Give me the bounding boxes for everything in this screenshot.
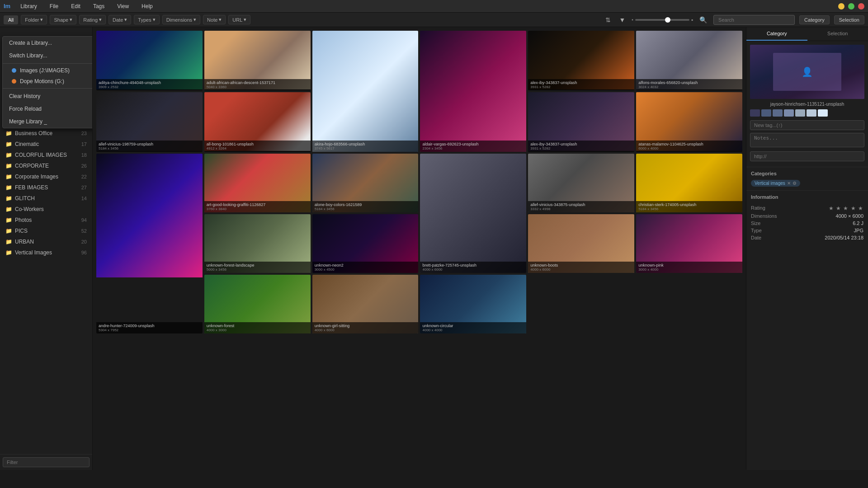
minimize-button[interactable] xyxy=(838,3,844,9)
search-input[interactable] xyxy=(713,15,795,25)
maximize-button[interactable] xyxy=(848,3,854,9)
sidebar-item-cinematic[interactable]: 📁 Cinematic 17 xyxy=(0,139,92,150)
sidebar-item-corporate[interactable]: 📁 CORPORATE 26 xyxy=(0,160,92,171)
tag-input[interactable] xyxy=(750,120,864,130)
information-header: Information xyxy=(746,190,868,202)
sidebar-item-photos[interactable]: 📁 Photos 94 xyxy=(0,215,92,225)
library-dope-motions[interactable]: Dope Motions (G:) xyxy=(3,76,93,87)
sidebar-item-corporate-images[interactable]: 📁 Corporate Images 22 xyxy=(0,171,92,182)
sidebar: Create a Library... Switch Library... Im… xyxy=(0,27,93,470)
grid-item[interactable]: art-good-looking-graffiti-1126827 3760 x… xyxy=(204,154,311,212)
grid-item[interactable]: all-bong-101861-unsplash 4912 x 3264 xyxy=(204,92,311,152)
swatch xyxy=(784,109,794,117)
swatch xyxy=(807,109,816,117)
folder-icon: 📁 xyxy=(5,141,12,147)
menu-help[interactable]: Help xyxy=(139,2,156,10)
filter-dimensions[interactable]: Dimensions ▾ xyxy=(162,15,200,24)
info-dimensions: Dimensions 4000 × 6000 xyxy=(751,212,863,220)
filter-note[interactable]: Note ▾ xyxy=(203,15,226,24)
folder-count: 96 xyxy=(81,250,87,255)
sidebar-item-business-office[interactable]: 📁 Business Office 23 xyxy=(0,128,92,139)
grid-item[interactable]: unknown-girl-sitting 4000 x 6000 xyxy=(312,275,419,333)
folder-label: PICS xyxy=(15,228,28,234)
grid-item[interactable]: andre-hunter-724009-unsplash 5304 x 7952 xyxy=(96,154,203,333)
sidebar-filter-input[interactable] xyxy=(3,457,90,467)
tab-selection[interactable]: Selection xyxy=(807,27,868,41)
app-logo: Im xyxy=(4,3,10,9)
create-library-item[interactable]: Create a Library... xyxy=(3,37,93,49)
folder-icon: 📁 xyxy=(5,130,12,136)
grid-item[interactable]: allef-vinicius-343875-unsplash 3332 x 49… xyxy=(528,154,634,212)
grid-item[interactable]: allef-vinicius-198759-unsplash 5184 x 34… xyxy=(96,92,203,152)
sidebar-item-glitch[interactable]: 📁 GLITCH 14 xyxy=(0,193,92,204)
clear-history-item[interactable]: Clear History xyxy=(3,90,93,103)
grid-item[interactable]: alex-iby-343837-unsplash 3931 x 5282 xyxy=(528,31,634,90)
filter-folder[interactable]: Folder ▾ xyxy=(21,15,47,24)
grid-item[interactable]: alone-boy-colors-1621589 5184 x 3456 xyxy=(312,154,419,212)
merge-library-item[interactable]: Merge Library _ xyxy=(3,115,93,128)
grid-item[interactable]: atanas-malamov-1104625-unsplash 6000 x 4… xyxy=(636,92,742,152)
menu-edit[interactable]: Edit xyxy=(68,2,83,10)
category-button[interactable]: Category xyxy=(799,15,830,24)
sidebar-item-colorful[interactable]: 📁 COLORFUL IMAGES 18 xyxy=(0,150,92,160)
size-value: 6.2 J xyxy=(853,221,863,226)
category-remove[interactable]: ✕ xyxy=(787,181,791,186)
folder-icon: 📁 xyxy=(5,184,12,191)
filter-rating[interactable]: Rating ▾ xyxy=(79,15,106,24)
grid-item[interactable]: unknown-forest 4000 x 3000 xyxy=(204,275,311,333)
info-type: Type JPG xyxy=(751,227,863,234)
grid-item[interactable]: aldair-vargas-692623-unsplash 2304 x 345… xyxy=(420,31,526,152)
filter-types[interactable]: Types ▾ xyxy=(134,15,159,24)
category-settings-icon[interactable]: ⚙ xyxy=(793,181,797,186)
grid-item[interactable]: unknown-circular 4000 x 4000 xyxy=(420,275,526,333)
size-label: Size xyxy=(751,221,760,226)
notes-input[interactable] xyxy=(750,133,864,147)
force-reload-item[interactable]: Force Reload xyxy=(3,103,93,115)
categories-header: Categories xyxy=(746,167,868,178)
grid-item[interactable]: unknown-pink 3000 x 4000 xyxy=(636,214,742,273)
filter-date[interactable]: Date ▾ xyxy=(108,15,131,24)
switch-library-item[interactable]: Switch Library... xyxy=(3,49,93,62)
folder-count: 20 xyxy=(81,239,87,244)
menu-tags[interactable]: Tags xyxy=(90,2,107,10)
menu-library[interactable]: Library xyxy=(18,2,40,10)
sidebar-item-vertical[interactable]: 📁 Vertical Images 96 xyxy=(0,247,92,258)
sidebar-item-feb-images[interactable]: 📁 FEB IMAGES 27 xyxy=(0,182,92,193)
grid-item[interactable]: unknown-forest-landscape 5000 x 3456 xyxy=(204,214,311,273)
url-input[interactable] xyxy=(750,151,864,161)
grid-item[interactable]: akira-hojo-683566-unsplash 3745 x 5617 xyxy=(312,31,419,152)
folder-label: Corporate Images xyxy=(15,174,58,180)
library-icon-orange xyxy=(12,79,16,84)
grid-item[interactable]: unknown-boots 4000 x 6000 xyxy=(528,214,634,273)
folder-icon: 📁 xyxy=(5,195,12,202)
grid-item[interactable]: christian-sterk-174005-unsplash 5184 x 3… xyxy=(636,154,742,212)
grid-item[interactable]: alex-iby-343837-unsplash 3931 x 5282 xyxy=(528,92,634,152)
sidebar-item-urban[interactable]: 📁 URBAN 20 xyxy=(0,236,92,247)
filter-shape[interactable]: Shape ▾ xyxy=(50,15,76,24)
categories-area: Vertical images ✕ ⚙ xyxy=(746,178,868,188)
menu-view[interactable]: View xyxy=(114,2,132,10)
search-icon[interactable]: 🔍 xyxy=(698,15,709,24)
grid-item[interactable]: aditya-chinchure-494048-unsplash 3909 x … xyxy=(96,31,203,90)
selection-button[interactable]: Selection xyxy=(834,15,864,24)
folder-label: Vertical Images xyxy=(15,249,52,256)
sidebar-item-coworkers[interactable]: 📁 Co-Workers xyxy=(0,204,92,215)
grid-item[interactable]: adult-african-african-descent-1537171 50… xyxy=(204,31,311,90)
sidebar-item-pics[interactable]: 📁 PICS 52 xyxy=(0,225,92,236)
filter-all[interactable]: All xyxy=(4,15,18,24)
window-controls xyxy=(838,3,864,9)
date-value: 2020/05/14 23:18 xyxy=(825,235,863,240)
grid-item[interactable]: alfons-morales-656820-unsplash 3024 x 40… xyxy=(636,31,742,90)
close-button[interactable] xyxy=(858,3,864,9)
zoom-slider[interactable] xyxy=(635,19,689,21)
filter-url[interactable]: URL ▾ xyxy=(228,15,250,24)
filter-icon[interactable]: ▼ xyxy=(617,15,627,24)
menu-file[interactable]: File xyxy=(47,2,61,10)
grid-item[interactable]: unknown-neon2 3000 x 4500 xyxy=(312,214,419,273)
folder-icon: 📁 xyxy=(5,206,12,212)
library-images[interactable]: Images (J:\IMAGES) xyxy=(3,65,93,76)
sort-icon[interactable]: ⇅ xyxy=(604,15,613,24)
grid-item[interactable]: brett-patzke-725745-unsplash 4000 x 6000 xyxy=(420,154,526,273)
tab-category[interactable]: Category xyxy=(746,27,807,41)
filter-row: All Folder ▾ Shape ▾ Rating ▾ Date ▾ Typ… xyxy=(0,13,868,27)
